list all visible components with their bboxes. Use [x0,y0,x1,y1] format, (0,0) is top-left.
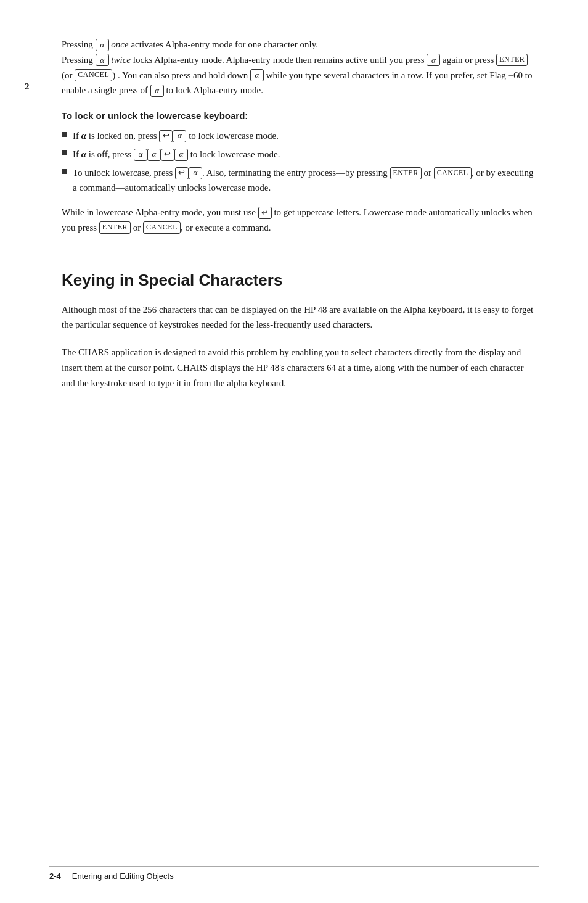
cancel-key-2: CANCEL [434,167,472,179]
alpha-key-10: α [189,167,202,179]
page: 2 Pressing α once activates Alpha-entry … [0,0,588,903]
backspace-key-2: ↩ [161,149,174,161]
bullet-list: If α is locked on, press ↩α to lock lowe… [62,128,539,195]
again-text: again or press [443,55,496,65]
cancel-key-3: CANCEL [143,221,181,234]
enter-key-3: ENTER [99,221,131,234]
alpha-key-9: α [174,149,188,161]
or-text-1: (or [62,70,75,80]
backspace-key-4: ↩ [258,207,272,219]
section2-para1: Although most of the 256 characters that… [62,302,539,333]
alpha-key-7: α [134,149,147,161]
pressing-1-label: Pressing [62,39,93,49]
para1-rest: activates Alpha-entry mode for one chara… [131,39,317,49]
alpha-bold-2: α [81,149,86,159]
para2-rest: locks Alpha-entry mode. Alpha-entry mode… [133,55,427,65]
list-item-1: If α is locked on, press ↩α to lock lowe… [62,128,539,143]
backspace-key-1: ↩ [159,130,173,142]
page-number: 2 [25,81,30,92]
pressing-2-label: Pressing [62,55,93,65]
alpha-key-4: α [250,69,264,81]
list-item-2-content: If α is off, press αα↩α to lock lowercas… [73,147,539,162]
enter-key-2: ENTER [390,167,422,179]
footer-page: 2-4 [49,872,61,881]
subheading-lowercase: To lock or unlock the lowercase keyboard… [62,110,539,121]
bullet-icon-1 [62,132,67,137]
para2-end3: to lock Alpha-entry mode. [166,85,263,95]
section-divider [62,258,539,258]
list-item-1-content: If α is locked on, press ↩α to lock lowe… [73,128,539,143]
alpha-key-3: α [427,54,440,66]
cancel-key-1: CANCEL [75,69,112,81]
backspace-key-3: ↩ [175,167,189,179]
alpha-bold-1: α [81,131,86,141]
footer: 2-4 Entering and Editing Objects [49,866,539,881]
paragraph-1: Pressing α once activates Alpha-entry mo… [62,37,539,98]
footer-chapter: Entering and Editing Objects [72,872,174,881]
twice-text: twice [111,55,131,65]
alpha-key-8: α [147,149,161,161]
paragraph-lowercase: While in lowercase Alpha-entry mode, you… [62,205,539,236]
alpha-key-6: α [173,130,186,142]
section-top: Pressing α once activates Alpha-entry mo… [62,37,539,236]
bullet-icon-2 [62,150,67,155]
section-title: Keying in Special Characters [62,271,539,290]
list-item-2: If α is off, press αα↩α to lock lowercas… [62,147,539,162]
list-item-3-content: To unlock lowercase, press ↩α. Also, ter… [73,165,539,195]
alpha-key-5: α [150,85,164,97]
alpha-key-1: α [96,39,109,51]
section2-para2: The CHARS application is designed to avo… [62,345,539,390]
enter-key-1: ENTER [496,54,528,66]
para2-end: ) . You can also press and hold down [112,70,250,80]
list-item-3: To unlock lowercase, press ↩α. Also, ter… [62,165,539,195]
section-keying: Keying in Special Characters Although mo… [62,271,539,391]
alpha-key-2: α [96,54,109,66]
once-text: once [111,39,128,49]
bullet-icon-3 [62,169,67,174]
